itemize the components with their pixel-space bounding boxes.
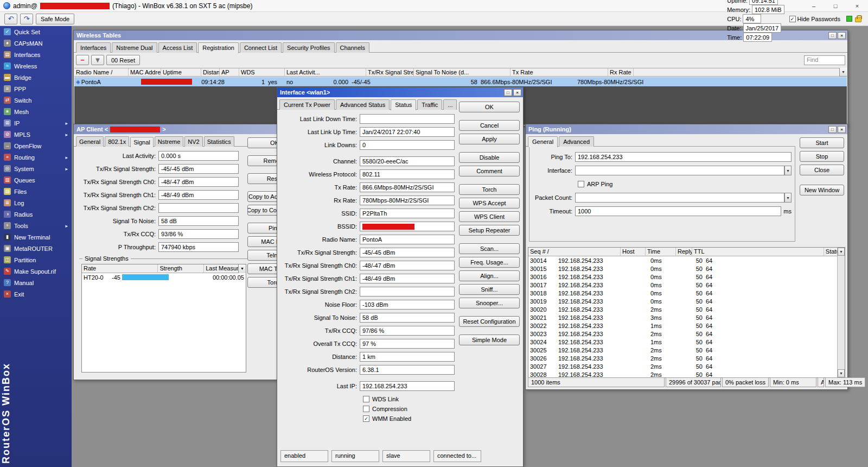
filter-button[interactable]: ▼ [91,55,104,65]
field-value[interactable]: 192.168.254.233 [360,381,455,391]
field-value[interactable]: 58 dB [158,216,239,226]
find-input[interactable]: Find [804,55,845,65]
arp-ping-checkbox[interactable] [578,181,584,187]
sidebar-item-exit[interactable]: × Exit [0,288,72,300]
tab[interactable]: General [528,136,558,147]
field-value[interactable] [360,287,455,296]
column-chooser-icon[interactable]: ▼ [838,248,845,256]
column-header[interactable]: MAC Address [129,68,161,76]
tab[interactable]: Security Profiles [283,42,334,53]
button[interactable]: New Window [800,185,844,195]
column-header[interactable]: TTL [692,248,824,256]
sidebar-item-manual[interactable]: ? Manual [0,277,72,288]
field-value[interactable]: 97/86 % [360,326,455,336]
maximize-icon[interactable]: □ [828,126,837,133]
button[interactable]: Scan... [459,243,520,254]
field-value[interactable]: 6.38.1 [360,365,455,375]
sidebar-item-bridge[interactable]: ▬ Bridge [0,72,72,83]
ping-result-row[interactable]: 30017 192.168.254.233 0ms 50 64 [528,281,845,289]
sidebar-item-openflow[interactable]: → OpenFlow [0,140,72,152]
field-value[interactable] [360,222,455,231]
sidebar-item-system[interactable]: ◎ System ▸ [0,163,72,174]
field-value[interactable]: -48/-49 dBm [158,190,239,200]
interface-dialog-titlebar[interactable]: Interface <wlan1> □ × [277,87,523,97]
column-header[interactable]: WDS [239,68,285,76]
column-header[interactable]: AP [220,68,239,76]
field-value[interactable]: 747940 kbps [158,242,239,252]
field-value[interactable]: 0 [360,140,455,150]
field-value[interactable]: 1 km [360,352,455,362]
ping-titlebar[interactable]: Ping (Running) □ × [526,124,847,134]
safe-mode-button[interactable]: Safe Mode [36,14,74,24]
ping-to-input[interactable]: 192.168.254.233 [575,152,792,162]
checkbox[interactable]: ✓ [363,415,369,422]
sidebar-item-switch[interactable]: ⇄ Switch [0,94,72,106]
sidebar-item-files[interactable]: ▧ Files [0,186,72,197]
field-value[interactable]: 0.000 s [158,151,239,161]
tab[interactable]: NV2 [184,136,202,147]
ping-result-row[interactable]: 30026 192.168.254.233 2ms 50 64 [528,354,845,362]
redo-button[interactable]: ↷ [20,14,33,24]
button[interactable]: Apply [459,134,520,144]
sidebar-item-log[interactable]: ≣ Log [0,197,72,209]
hide-passwords-toggle[interactable]: ✓ Hide Passwords [789,16,840,22]
hide-passwords-checkbox[interactable]: ✓ [789,16,796,22]
field-value[interactable]: -45/-45 dBm [360,248,455,257]
timeout-input[interactable]: 1000 [575,206,781,216]
column-header[interactable]: Seq # / [528,248,621,256]
sidebar-item-radius[interactable]: ◑ Radius [0,209,72,220]
checkbox[interactable] [363,406,369,412]
maximize-icon[interactable]: □ [828,32,837,39]
maximize-button[interactable]: □ [825,0,846,12]
field-value[interactable]: 802.11 [360,169,455,179]
sidebar-item-wireless[interactable]: ≈ Wireless [0,60,72,72]
field-value[interactable]: 5580/20-eeeC/ac [360,156,455,166]
button[interactable]: WPS Accept [459,198,520,209]
close-icon[interactable]: × [838,32,846,39]
tab[interactable]: Access List [158,42,197,53]
tab[interactable]: Nstreme Dual [112,42,157,53]
interface-dropdown-icon[interactable]: ▼ [784,166,792,175]
field-value[interactable] [360,114,455,124]
checkbox-row[interactable]: ✓ WMM Enabled [363,414,523,424]
button[interactable]: Close [800,165,844,175]
field-value[interactable]: Jan/24/2017 22:07:40 [360,127,455,137]
button[interactable]: Freq. Usage... [459,257,520,268]
field-value[interactable]: -103 dBm [360,300,455,310]
button[interactable]: Snooper... [459,298,520,308]
button[interactable]: Start [800,137,844,148]
sidebar-item-mesh[interactable]: ∗ Mesh [0,106,72,117]
tab[interactable]: Traffic [417,99,442,110]
column-header[interactable]: Distance (km) [201,68,220,76]
field-value[interactable]: 866.6Mbps-80MHz/2S/SGI [360,182,455,192]
tab[interactable]: Registration [198,42,239,53]
undo-button[interactable]: ↶ [4,14,17,24]
column-header[interactable]: Radio Name / [74,68,129,76]
sidebar-item-metarouter[interactable]: ▣ MetaROUTER [0,243,72,254]
tab[interactable]: Nstreme [155,136,184,147]
button[interactable]: Reset Configuration [459,316,520,327]
tab[interactable]: Current Tx Power [279,99,335,110]
column-chooser-icon[interactable]: ▼ [238,264,246,273]
ping-result-row[interactable]: 30027 192.168.254.233 2ms 50 64 [528,362,845,370]
sidebar-item-partition[interactable]: ◫ Partition [0,254,72,266]
ping-result-row[interactable]: 30015 192.168.254.233 0ms 50 64 [528,264,845,273]
button[interactable]: Simple Mode [459,335,520,345]
ping-result-row[interactable]: 30016 192.168.254.233 0ms 50 64 [528,273,845,281]
tab[interactable]: ... [443,99,457,110]
tab[interactable]: 802.1x [105,136,129,147]
tab[interactable]: General [76,136,104,147]
ping-result-row[interactable]: 30028 192.168.254.233 2ms 50 64 [528,370,845,378]
signal-strength-row[interactable]: HT20-0 -45 00:00:00.05 [82,273,246,281]
ping-result-row[interactable]: 30019 192.168.254.233 0ms 50 64 [528,297,845,305]
column-header[interactable]: Rx Rate [608,68,634,76]
field-value[interactable]: -48/-47 dBm [360,261,455,270]
scroll-down-icon[interactable]: ▼ [838,369,845,377]
column-header[interactable]: Reply Size [676,248,692,256]
button[interactable]: Sniff... [459,284,520,295]
field-value[interactable]: 97 % [360,339,455,349]
tab[interactable]: Advanced [559,136,594,147]
field-value[interactable] [158,203,239,213]
tab[interactable]: Statistics [204,136,234,147]
field-value[interactable]: PontoA [360,235,455,244]
